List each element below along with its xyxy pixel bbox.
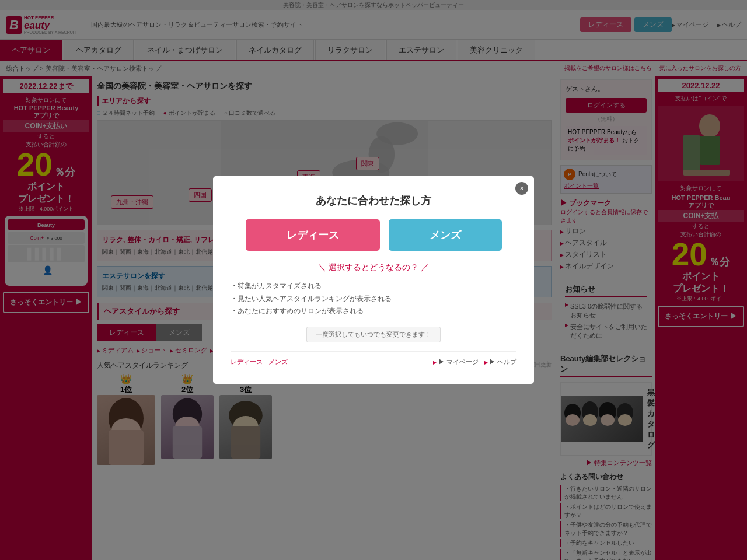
modal-footer: レディース メンズ ▶ マイページ ▶ ヘルプ xyxy=(231,351,516,366)
modal-title: あなたに合わせた探し方 xyxy=(231,194,516,208)
modal-overlay[interactable]: × あなたに合わせた探し方 レディース メンズ ＼ 選択するとどうなるの？ ／ … xyxy=(0,0,747,560)
modal-footer-links: レディース メンズ xyxy=(231,358,288,366)
modal-benefits: ・特集がカスタマイズされる ・見たい人気ヘアスタイルランキングが表示される ・あ… xyxy=(231,280,516,318)
modal-mens-button[interactable]: メンズ xyxy=(389,219,502,251)
modal: × あなたに合わせた探し方 レディース メンズ ＼ 選択するとどうなるの？ ／ … xyxy=(213,176,534,384)
benefit-2: ・見たい人気ヘアスタイルランキングが表示される xyxy=(231,293,516,306)
benefit-3: ・あなたにおすすめのサロンが表示される xyxy=(231,305,516,318)
modal-buttons: レディース メンズ xyxy=(231,219,516,251)
modal-footer-mypage[interactable]: ▶ マイページ xyxy=(433,358,478,366)
modal-close-button[interactable]: × xyxy=(515,182,528,195)
modal-footer-help[interactable]: ▶ ヘルプ xyxy=(484,358,516,366)
modal-ladies-button[interactable]: レディース xyxy=(246,219,380,251)
benefit-1: ・特集がカスタマイズされる xyxy=(231,280,516,293)
modal-question: ＼ 選択するとどうなるの？ ／ xyxy=(231,262,516,273)
modal-footer-right: ▶ マイページ ▶ ヘルプ xyxy=(433,358,516,366)
modal-footer-mens[interactable]: メンズ xyxy=(268,358,288,366)
modal-note: 一度選択してもいつでも変更できます！ xyxy=(306,327,441,342)
modal-question-text: ＼ 選択するとどうなるの？ ／ xyxy=(318,262,429,272)
modal-footer-ladies[interactable]: レディース xyxy=(231,358,263,366)
